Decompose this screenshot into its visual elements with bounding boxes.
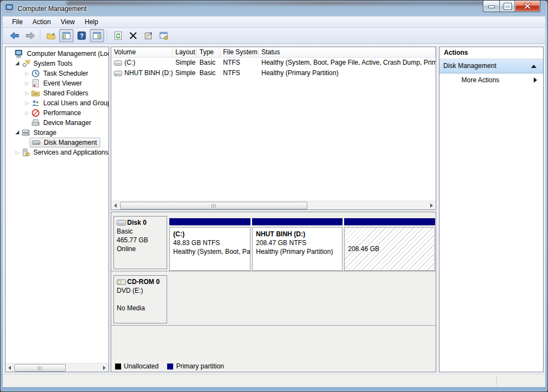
expander-closed-icon[interactable]: ▷ xyxy=(24,90,31,96)
expander-closed-icon[interactable]: ▷ xyxy=(24,70,31,77)
disk-management-icon xyxy=(32,138,41,147)
volume-type: Basic xyxy=(197,68,220,78)
column-header-layout[interactable]: Layout xyxy=(173,47,197,58)
scroll-right-button[interactable] xyxy=(427,201,436,209)
delete-button[interactable] xyxy=(126,29,140,42)
menu-action[interactable]: Action xyxy=(27,16,55,27)
unallocated-region[interactable]: 208.46 GB xyxy=(344,218,435,269)
computer-icon xyxy=(5,4,14,13)
disk-icon xyxy=(117,219,126,226)
volume-row-c[interactable]: (C:) Simple Basic NTFS Healthy (System, … xyxy=(111,58,436,68)
console-options-icon xyxy=(159,32,169,40)
console-tree: Computer Management (Local System Tools … xyxy=(5,47,109,157)
tree-item-label: Local Users and Groups xyxy=(42,99,109,107)
up-folder-icon xyxy=(47,32,56,40)
tree-item-system-tools[interactable]: System Tools xyxy=(5,59,109,69)
scroll-left-button[interactable] xyxy=(111,201,119,209)
properties-button[interactable] xyxy=(141,29,156,42)
tree-item-local-users-and-groups[interactable]: ▷ Local Users and Groups xyxy=(5,98,109,108)
expander-closed-icon[interactable]: ▷ xyxy=(24,110,31,116)
menu-view[interactable]: View xyxy=(56,16,80,27)
volume-icon xyxy=(114,70,122,77)
close-icon xyxy=(515,1,540,12)
minimize-button[interactable] xyxy=(483,1,500,12)
volume-row-d[interactable]: NHUT BINH (D:) Simple Basic NTFS Healthy… xyxy=(111,68,436,78)
menu-help[interactable]: Help xyxy=(80,16,104,27)
tree-item-label: Services and Applications xyxy=(32,148,109,157)
disk-type: Basic xyxy=(117,227,164,236)
partition-status: Healthy (System, Boot, Pa xyxy=(173,247,247,256)
forward-button[interactable] xyxy=(23,29,37,42)
maximize-icon xyxy=(504,3,511,9)
column-header-file-system[interactable]: File System xyxy=(220,47,259,58)
collapse-arrow-icon[interactable] xyxy=(531,65,536,68)
scroll-right-button[interactable] xyxy=(100,363,109,372)
workspace: Computer Management (Local System Tools … xyxy=(3,44,545,374)
column-header-status[interactable]: Status xyxy=(259,47,436,58)
menu-bar: File Action View Help xyxy=(3,16,545,28)
close-button[interactable] xyxy=(515,1,540,12)
tree-item-services-and-applications[interactable]: ▷ Services and Applications xyxy=(5,147,109,157)
disk-graphical-pane: Disk 0 Basic 465.77 GB Online (C:) 48.83… xyxy=(111,212,436,372)
partition-d[interactable]: NHUT BINH (D:) 208.47 GB NTFS Healthy (P… xyxy=(252,218,342,269)
volume-list-header: Volume Layout Type File System Status xyxy=(111,47,436,58)
partition-size: 208.47 GB NTFS xyxy=(256,238,339,247)
tree-item-disk-management[interactable]: Disk Management xyxy=(5,138,109,147)
scrollbar-thumb[interactable] xyxy=(14,364,66,372)
volume-status: Healthy (Primary Partition) xyxy=(259,68,436,78)
column-header-volume[interactable]: Volume xyxy=(111,47,173,58)
tree-item-label: System Tools xyxy=(32,59,74,68)
tree-item-shared-folders[interactable]: ▷ Shared Folders xyxy=(5,88,109,98)
tree-item-performance[interactable]: ▷ Performance xyxy=(5,108,109,118)
primary-partition-swatch xyxy=(167,363,173,370)
volume-list-horizontal-scrollbar[interactable] xyxy=(111,201,436,209)
refresh-button[interactable] xyxy=(111,29,125,42)
expander-closed-icon[interactable]: ▷ xyxy=(24,100,31,106)
console-tree-pane: Computer Management (Local System Tools … xyxy=(5,47,109,372)
shared-folders-icon xyxy=(31,89,40,98)
cdrom-0-info[interactable]: CD-ROM 0 DVD (E:) No Media xyxy=(113,275,167,323)
actions-more-actions[interactable]: More Actions xyxy=(439,73,543,87)
help-button[interactable]: ? xyxy=(75,29,89,42)
scroll-left-button[interactable] xyxy=(5,363,14,372)
partition-size: 48.83 GB NTFS xyxy=(173,238,247,247)
expander-closed-icon[interactable]: ▷ xyxy=(24,80,31,87)
actions-disk-management[interactable]: Disk Management xyxy=(439,59,543,73)
status-bar-separator xyxy=(496,376,498,385)
tree-item-computer-management[interactable]: Computer Management (Local xyxy=(5,49,109,59)
refresh-icon xyxy=(114,31,122,40)
expander-closed-icon[interactable]: ▷ xyxy=(14,149,21,156)
back-button[interactable] xyxy=(8,29,22,42)
up-folder-button[interactable] xyxy=(44,29,58,42)
maximize-button[interactable] xyxy=(500,1,515,12)
scrollbar-thumb[interactable] xyxy=(120,202,307,209)
console-options-button[interactable] xyxy=(157,29,171,42)
console-tree-icon xyxy=(62,32,71,39)
performance-icon xyxy=(31,109,40,117)
tree-horizontal-scrollbar[interactable] xyxy=(5,363,109,372)
partition-c[interactable]: (C:) 48.83 GB NTFS Healthy (System, Boot… xyxy=(169,218,250,269)
users-icon xyxy=(31,99,40,107)
delete-x-icon xyxy=(129,32,137,39)
tree-item-label: Device Manager xyxy=(42,118,93,127)
tree-item-storage[interactable]: Storage xyxy=(5,128,109,138)
column-header-type[interactable]: Type xyxy=(197,47,220,58)
system-tools-icon xyxy=(21,59,30,68)
toolbar-separator xyxy=(40,30,41,41)
services-icon xyxy=(21,148,30,157)
primary-partition-color-band xyxy=(252,218,342,225)
disk-size: 465.77 GB xyxy=(117,236,164,245)
expander-none xyxy=(7,50,14,57)
menu-file[interactable]: File xyxy=(7,16,27,27)
tree-item-device-manager[interactable]: Device Manager xyxy=(5,118,109,128)
tree-item-task-scheduler[interactable]: ▷ Task Scheduler xyxy=(5,69,109,78)
title-bar[interactable]: Computer Management xyxy=(1,1,547,16)
action-pane-toggle-button[interactable] xyxy=(90,29,104,42)
volume-file-system: NTFS xyxy=(220,58,259,68)
tree-item-event-viewer[interactable]: ▷ Event Viewer xyxy=(5,78,109,88)
expander-open-icon[interactable] xyxy=(14,60,21,67)
disk-0-info[interactable]: Disk 0 Basic 465.77 GB Online xyxy=(113,216,167,269)
drive-name: CD-ROM 0 xyxy=(127,277,159,286)
expander-open-icon[interactable] xyxy=(14,129,21,136)
console-tree-toggle-button[interactable] xyxy=(59,29,73,42)
